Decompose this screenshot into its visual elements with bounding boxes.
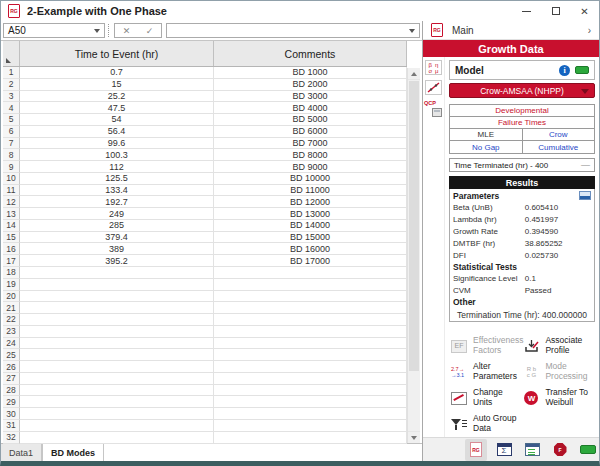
comment-cell[interactable]: BD 14000 <box>214 220 407 232</box>
row-number[interactable]: 3 <box>3 91 20 103</box>
row-number[interactable]: 30 <box>3 408 20 420</box>
cellref-dropdown-icon[interactable] <box>94 29 100 33</box>
comment-cell[interactable] <box>214 420 407 432</box>
time-cell[interactable]: 133.4 <box>20 185 214 197</box>
row-number[interactable]: 28 <box>3 385 20 397</box>
row-number[interactable]: 4 <box>3 102 20 114</box>
row-number[interactable]: 11 <box>3 185 20 197</box>
row-number[interactable]: 12 <box>3 196 20 208</box>
time-cell[interactable] <box>20 314 214 326</box>
column-header-time[interactable]: Time to Event (hr) <box>20 41 214 66</box>
detach-window-icon[interactable] <box>579 191 591 200</box>
cell-reference-box[interactable]: A50 <box>3 23 105 38</box>
comment-cell[interactable]: BD 2000 <box>214 79 407 91</box>
time-cell[interactable] <box>20 291 214 303</box>
time-cell[interactable]: 389 <box>20 243 214 255</box>
comment-cell[interactable]: BD 12000 <box>214 196 407 208</box>
time-cell[interactable]: 47.5 <box>20 102 214 114</box>
time-cell[interactable]: 395.2 <box>20 255 214 267</box>
growth-data-sheet-icon[interactable]: RG <box>465 439 487 461</box>
time-cell[interactable] <box>20 279 214 291</box>
row-number[interactable]: 26 <box>3 361 20 373</box>
time-cell[interactable] <box>20 408 214 420</box>
time-cell[interactable] <box>20 385 214 397</box>
action-auto-group-data[interactable]: Auto Group Data <box>451 412 523 436</box>
time-cell[interactable]: 285 <box>20 220 214 232</box>
comment-cell[interactable] <box>214 349 407 361</box>
row-number[interactable]: 27 <box>3 373 20 385</box>
comment-cell[interactable]: BD 13000 <box>214 208 407 220</box>
time-cell[interactable]: 99.6 <box>20 138 214 150</box>
comment-cell[interactable] <box>214 326 407 338</box>
setting-no-gap[interactable]: No Gap <box>450 141 522 153</box>
comment-cell[interactable]: BD 7000 <box>214 138 407 150</box>
column-header-comments[interactable]: Comments <box>214 41 407 66</box>
row-number[interactable]: 32 <box>3 432 20 444</box>
scroll-up-icon[interactable] <box>408 68 420 80</box>
time-cell[interactable]: 15 <box>20 79 214 91</box>
row-number[interactable]: 20 <box>3 291 20 303</box>
time-cell[interactable]: 379.4 <box>20 232 214 244</box>
sheet-tab-data1[interactable]: Data1 <box>1 444 42 461</box>
time-cell[interactable] <box>20 302 214 314</box>
row-number[interactable]: 2 <box>3 79 20 91</box>
row-number[interactable]: 21 <box>3 302 20 314</box>
comment-cell[interactable] <box>214 361 407 373</box>
comment-cell[interactable]: BD 1000 <box>214 67 407 79</box>
report-icon[interactable] <box>521 439 543 461</box>
time-cell[interactable]: 125.5 <box>20 173 214 185</box>
row-number[interactable]: 31 <box>3 420 20 432</box>
action-associate-profile[interactable]: Associate Profile <box>523 334 595 358</box>
chevron-right-icon[interactable]: › <box>588 25 591 36</box>
comment-cell[interactable]: BD 10000 <box>214 173 407 185</box>
comment-cell[interactable] <box>214 396 407 408</box>
action-change-units[interactable]: Change Units <box>451 386 523 410</box>
row-number[interactable]: 5 <box>3 114 20 126</box>
formula-dropdown-icon[interactable] <box>409 29 415 33</box>
row-number[interactable]: 14 <box>3 220 20 232</box>
comment-cell[interactable]: BD 15000 <box>214 232 407 244</box>
row-number[interactable]: 29 <box>3 396 20 408</box>
time-cell[interactable]: 112 <box>20 161 214 173</box>
plot-icon[interactable] <box>425 80 442 95</box>
folio-icon[interactable]: Σ <box>493 439 515 461</box>
formula-input[interactable] <box>166 23 420 38</box>
row-number[interactable]: 10 <box>3 173 20 185</box>
comment-cell[interactable]: BD 9000 <box>214 161 407 173</box>
model-select-button[interactable]: Crow-AMSAA (NHPP) <box>449 83 595 98</box>
row-number[interactable]: 17 <box>3 255 20 267</box>
time-cell[interactable] <box>20 432 214 444</box>
row-number[interactable]: 23 <box>3 326 20 338</box>
confirm-entry-button[interactable]: ✓ <box>138 26 161 36</box>
setting-failure-times[interactable]: Failure Times <box>450 117 594 128</box>
action-alter-parameters[interactable]: 2.7→→3.1Alter Parameters <box>451 360 523 384</box>
time-cell[interactable] <box>20 267 214 279</box>
comment-cell[interactable]: BD 8000 <box>214 149 407 161</box>
scrollbar-thumb[interactable] <box>409 81 419 371</box>
row-number[interactable]: 22 <box>3 314 20 326</box>
row-number[interactable]: 13 <box>3 208 20 220</box>
maximize-button[interactable] <box>541 1 570 21</box>
row-number[interactable]: 9 <box>3 161 20 173</box>
time-cell[interactable] <box>20 326 214 338</box>
setting-mle[interactable]: MLE <box>450 129 522 140</box>
comment-cell[interactable] <box>214 373 407 385</box>
select-all-corner[interactable] <box>3 41 20 66</box>
comment-cell[interactable] <box>214 302 407 314</box>
qcp-icon[interactable]: QCP <box>424 100 443 117</box>
fmra-icon[interactable]: F <box>549 439 571 461</box>
time-cell[interactable] <box>20 349 214 361</box>
comment-cell[interactable]: BD 5000 <box>214 114 407 126</box>
time-cell[interactable]: 249 <box>20 208 214 220</box>
time-cell[interactable] <box>20 373 214 385</box>
row-number[interactable]: 8 <box>3 149 20 161</box>
comment-cell[interactable]: BD 4000 <box>214 102 407 114</box>
time-cell[interactable] <box>20 420 214 432</box>
time-cell[interactable]: 56.4 <box>20 126 214 138</box>
row-number[interactable]: 7 <box>3 138 20 150</box>
action-transfer-weibull[interactable]: WTransfer To Weibull <box>523 386 595 410</box>
minimize-button[interactable] <box>512 1 541 21</box>
comment-cell[interactable]: BD 6000 <box>214 126 407 138</box>
row-number[interactable]: 15 <box>3 232 20 244</box>
collapse-icon[interactable]: — <box>581 160 590 170</box>
